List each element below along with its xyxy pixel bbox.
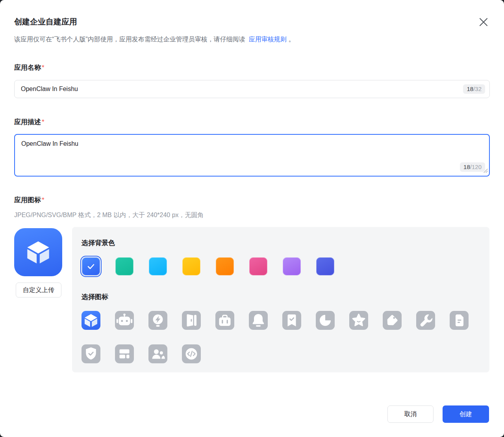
app-icon-option-robot[interactable] xyxy=(115,311,134,330)
app-name-label-text: 应用名称 xyxy=(14,64,41,71)
required-asterisk: * xyxy=(42,118,44,126)
tag-icon xyxy=(383,311,402,330)
briefcase-icon xyxy=(215,311,234,330)
color-swatch-orange[interactable] xyxy=(214,256,235,277)
lightbulb-icon xyxy=(148,311,167,330)
bell-icon xyxy=(249,311,268,330)
color-swatch-fill xyxy=(316,257,334,275)
icon-grid xyxy=(82,311,480,363)
app-icon-option-star[interactable] xyxy=(349,311,368,330)
create-button[interactable]: 创建 xyxy=(443,405,489,423)
app-icon-option-door[interactable] xyxy=(182,311,201,330)
app-name-input[interactable] xyxy=(14,80,490,98)
close-icon xyxy=(478,17,489,27)
app-icon-option-document[interactable] xyxy=(450,311,469,330)
pie-icon xyxy=(316,311,335,330)
dialog-title: 创建企业自建应用 xyxy=(14,17,77,27)
app-icon-option-bookmark-check[interactable] xyxy=(282,311,301,330)
color-swatch-indigo[interactable] xyxy=(315,256,336,277)
color-swatch-fill xyxy=(216,257,234,275)
app-icon-hint: JPEG/PNG/SVG/BMP 格式，2 MB 以内，大于 240*240 p… xyxy=(14,211,204,219)
app-icon-option-briefcase[interactable] xyxy=(215,311,234,330)
app-desc-textarea[interactable]: OpenClaw In Feishu xyxy=(14,134,490,177)
app-icon-option-pie[interactable] xyxy=(316,311,335,330)
app-icon-option-cube[interactable] xyxy=(82,311,100,330)
users-icon xyxy=(148,344,167,363)
app-icon-option-bell[interactable] xyxy=(249,311,268,330)
app-desc-field-wrap: OpenClaw In Feishu 18/120 xyxy=(14,134,490,177)
color-swatch-pink[interactable] xyxy=(248,256,269,277)
close-button[interactable] xyxy=(478,17,489,28)
icon-config-panel: 选择背景色 选择图标 xyxy=(72,227,489,372)
color-swatch-blue[interactable] xyxy=(80,256,102,277)
review-rules-link[interactable]: 应用审核规则 xyxy=(249,36,287,43)
color-swatch-purple[interactable] xyxy=(281,256,302,277)
color-swatch-fill xyxy=(182,257,200,275)
color-swatch-yellow[interactable] xyxy=(181,256,202,277)
code-icon xyxy=(182,344,201,363)
color-swatch-row xyxy=(80,256,336,277)
app-icon-option-lightbulb[interactable] xyxy=(148,311,167,330)
app-icon-option-layout[interactable] xyxy=(115,344,134,363)
color-swatch-fill xyxy=(283,257,301,275)
star-icon xyxy=(349,311,368,330)
color-swatch-green[interactable] xyxy=(114,256,135,277)
color-swatch-fill xyxy=(115,257,133,275)
background-color-section-title: 选择背景色 xyxy=(82,238,115,247)
app-icon-option-tag[interactable] xyxy=(383,311,402,330)
icon-section-title: 选择图标 xyxy=(82,292,108,301)
document-icon xyxy=(450,311,469,330)
door-icon xyxy=(182,311,201,330)
app-icon-preview xyxy=(14,228,62,276)
app-desc-label: 应用描述* xyxy=(14,117,44,126)
app-desc-label-text: 应用描述 xyxy=(14,118,41,126)
color-swatch-fill xyxy=(249,257,267,275)
cube-icon xyxy=(82,311,100,330)
app-icon-option-code[interactable] xyxy=(182,344,201,363)
required-asterisk: * xyxy=(42,196,44,204)
app-icon-label: 应用图标* xyxy=(14,195,44,205)
color-swatch-fill xyxy=(149,257,167,275)
color-swatch-fill xyxy=(82,257,100,275)
app-icon-option-users[interactable] xyxy=(148,344,167,363)
color-swatch-cyan[interactable] xyxy=(147,256,169,277)
dialog-subtitle: 该应用仅可在“飞书个人版”内部使用，应用发布需经过企业管理员审核，请仔细阅读应用… xyxy=(14,35,490,44)
required-asterisk: * xyxy=(42,64,44,71)
app-name-field-wrap: 18/32 xyxy=(14,80,490,98)
cube-icon xyxy=(23,237,54,268)
wrench-icon xyxy=(416,311,435,330)
app-name-label: 应用名称* xyxy=(14,63,44,72)
checkmark-icon xyxy=(86,261,96,271)
cancel-button[interactable]: 取消 xyxy=(387,405,434,423)
create-app-dialog: 创建企业自建应用 该应用仅可在“飞书个人版”内部使用，应用发布需经过企业管理员审… xyxy=(0,0,504,437)
app-icon-label-text: 应用图标 xyxy=(14,196,41,204)
subtitle-suffix: 。 xyxy=(289,36,295,43)
robot-icon xyxy=(115,311,134,330)
app-icon-option-shield-check[interactable] xyxy=(82,344,100,363)
subtitle-text: 该应用仅可在“飞书个人版”内部使用，应用发布需经过企业管理员审核，请仔细阅读 xyxy=(14,36,245,43)
shield-check-icon xyxy=(82,344,100,363)
layout-icon xyxy=(115,344,134,363)
app-icon-option-wrench[interactable] xyxy=(416,311,435,330)
bookmark-check-icon xyxy=(282,311,301,330)
custom-upload-button[interactable]: 自定义上传 xyxy=(16,283,61,298)
